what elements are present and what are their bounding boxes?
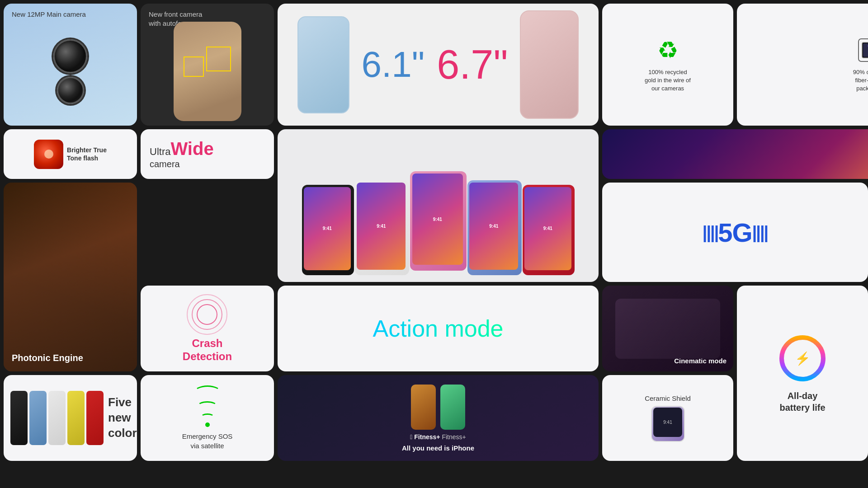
ceramic-screen-time: 9:41 bbox=[663, 420, 672, 425]
front-camera-phone bbox=[174, 22, 241, 121]
recycle-icon: ♻ bbox=[657, 37, 679, 64]
svg-text:⚡: ⚡ bbox=[795, 351, 811, 366]
photonic-overlay bbox=[4, 183, 137, 371]
photonic-bg: Photonic Engine bbox=[4, 183, 137, 371]
ultrawide-text: UltraWide bbox=[150, 139, 214, 159]
phone-pink: 9:41 bbox=[410, 171, 467, 271]
svg-rect-2 bbox=[863, 43, 868, 57]
action-label: Action mode bbox=[373, 315, 503, 342]
sos-label: Emergency SOS via satellite bbox=[182, 432, 233, 450]
cinematic-tile: Cinematic mode bbox=[602, 286, 733, 371]
battery-ring-svg: ⚡ bbox=[778, 333, 827, 383]
fitness-person-2 bbox=[440, 385, 465, 430]
large-phone-display bbox=[520, 10, 579, 119]
phone-red-screen: 9:41 bbox=[524, 187, 571, 270]
flash-sparkle bbox=[44, 150, 53, 159]
photonic-tile: Photonic Engine bbox=[4, 183, 137, 371]
5g-number: 5G bbox=[718, 217, 752, 248]
cinematic-preview bbox=[615, 299, 720, 359]
small-phone-display bbox=[297, 16, 349, 113]
sos-dot bbox=[205, 422, 210, 427]
focus-box-1 bbox=[206, 47, 231, 71]
action-display: Action mode bbox=[278, 286, 599, 371]
ultra-word: Ultra bbox=[150, 146, 170, 157]
phone-color-red bbox=[86, 391, 104, 445]
small-phone-body bbox=[297, 16, 349, 113]
xdr-content: Super Retina XDR display bbox=[602, 129, 868, 179]
camera-main-tile: New 12MP Main camera bbox=[4, 4, 137, 126]
size-61: 6.1" bbox=[362, 44, 425, 85]
5g-display: |||| 5G |||| bbox=[602, 183, 868, 282]
phones-multi-tile: 9:41 9:41 9:41 9:41 9:41 bbox=[278, 129, 599, 282]
size-67: 6.7" bbox=[437, 42, 508, 88]
phone-color-black bbox=[10, 391, 28, 445]
sos-arc-2 bbox=[197, 401, 217, 411]
phone-color-blue bbox=[29, 391, 47, 445]
battery-tile: ⚡ All-day battery life bbox=[737, 286, 868, 461]
packaging-label: 90% or more fiber-based packaging bbox=[853, 68, 868, 93]
recycled-label: 100% recycled gold in the wire of our ca… bbox=[645, 68, 691, 93]
5g-text: |||| 5G |||| bbox=[703, 217, 768, 248]
phone-blue-screen: 9:41 bbox=[469, 183, 518, 270]
ceramic-tile: Ceramic Shield 9:41 bbox=[602, 375, 733, 461]
crash-rings bbox=[187, 294, 227, 335]
flash-icon bbox=[34, 140, 63, 169]
crash-ring-inner bbox=[197, 304, 217, 325]
crash-label: Crash Detection bbox=[183, 337, 232, 363]
sos-arc-1 bbox=[194, 385, 221, 399]
phone-pink-screen: 9:41 bbox=[412, 174, 463, 265]
packaging-icon bbox=[854, 37, 868, 64]
true-tone-label: Brighter True Tone flash bbox=[67, 146, 107, 162]
fitness-brand-icon:  Fitness+ bbox=[410, 433, 440, 441]
photonic-label: Photonic Engine bbox=[12, 353, 83, 363]
wide-word: Wide bbox=[170, 139, 213, 159]
phone-red: 9:41 bbox=[523, 185, 575, 275]
crash-detection-tile: Crash Detection bbox=[141, 286, 274, 371]
fitness-tile:  Fitness+ Fitness+ All you need is iPho… bbox=[278, 375, 599, 461]
camera-selfie-preview bbox=[174, 22, 241, 121]
camera-main-title: New 12MP Main camera bbox=[12, 10, 86, 19]
phone-white: 9:41 bbox=[355, 180, 409, 275]
main-lens bbox=[53, 39, 87, 73]
size-section: 6.1" 6.7" bbox=[278, 4, 599, 126]
camera-lens-visual bbox=[53, 39, 87, 104]
phone-white-screen: 9:41 bbox=[357, 183, 406, 270]
packaging-tile: 90% or more fiber-based packaging bbox=[737, 4, 868, 126]
five-colors-label: Five new colors bbox=[108, 395, 137, 441]
fitness-person-1 bbox=[411, 385, 436, 430]
crash-visual: Crash Detection bbox=[183, 286, 232, 371]
five-colors-tile: Five new colors bbox=[4, 375, 137, 461]
phone-color-white bbox=[48, 391, 66, 445]
5g-bar-left: |||| bbox=[703, 223, 718, 242]
recycled-tile: ♻ 100% recycled gold in the wire of our … bbox=[602, 4, 733, 126]
colors-visual: Five new colors bbox=[4, 375, 137, 461]
ceramic-label: Ceramic Shield bbox=[645, 394, 691, 402]
5g-tile: |||| 5G |||| bbox=[602, 183, 868, 282]
color-phones bbox=[10, 391, 104, 445]
camera-word: camera bbox=[150, 159, 180, 169]
sos-waves bbox=[194, 385, 221, 427]
sos-arc-3 bbox=[201, 413, 214, 420]
phone-color-yellow bbox=[67, 391, 85, 445]
phone-blue: 9:41 bbox=[467, 180, 522, 275]
phones-lineup: 9:41 9:41 9:41 9:41 9:41 bbox=[278, 129, 599, 282]
fitness-label-bottom: All you need is iPhone bbox=[402, 444, 474, 452]
fitness-visual:  Fitness+ Fitness+ All you need is iPho… bbox=[395, 375, 481, 461]
front-camera-tile: New front camera with autofocus bbox=[141, 4, 274, 126]
5g-bar-right: |||| bbox=[752, 223, 768, 242]
phone-black-screen: 9:41 bbox=[304, 187, 351, 270]
sos-tile: Emergency SOS via satellite bbox=[141, 375, 274, 461]
phone-box-svg bbox=[854, 37, 868, 64]
action-mode-tile: Action mode bbox=[278, 286, 599, 371]
secondary-lens bbox=[57, 77, 84, 104]
fitness-people bbox=[411, 385, 465, 430]
ceramic-phone: 9:41 bbox=[651, 406, 685, 442]
large-phone-body bbox=[520, 10, 579, 119]
battery-label: All-day battery life bbox=[779, 390, 825, 413]
ceramic-phone-screen: 9:41 bbox=[653, 408, 682, 437]
size-tile: 6.1" 6.7" bbox=[278, 4, 599, 126]
xdr-tile: Super Retina XDR display bbox=[602, 129, 868, 179]
ultrawide-tile: UltraWide camera bbox=[141, 129, 274, 179]
true-tone-tile: Brighter True Tone flash bbox=[4, 129, 137, 179]
focus-box-2 bbox=[184, 56, 204, 77]
